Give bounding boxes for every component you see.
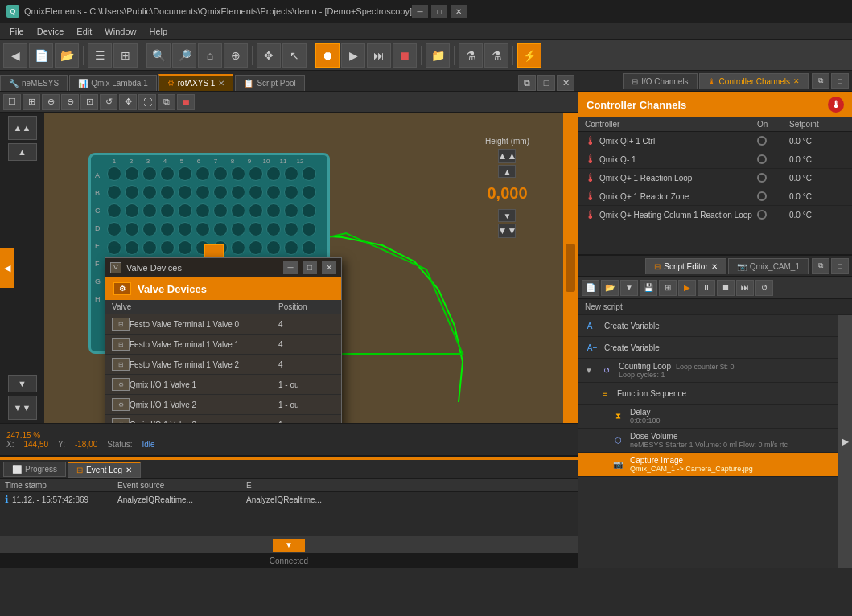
- sub-tool2-btn[interactable]: ⛶: [138, 94, 156, 110]
- counting-loop-expand[interactable]: ▼: [585, 366, 593, 375]
- well-0-1[interactable]: [125, 166, 139, 181]
- script-step-btn[interactable]: ⏭: [736, 280, 754, 296]
- well-0-9[interactable]: [266, 166, 281, 181]
- sub-grid-btn[interactable]: ⊞: [23, 94, 40, 110]
- well-1-0[interactable]: [107, 185, 121, 199]
- tb-folder2-button[interactable]: 📁: [426, 43, 450, 68]
- well-1-9[interactable]: [266, 185, 281, 199]
- well-0-2[interactable]: [142, 166, 157, 181]
- well-0-3[interactable]: [160, 166, 175, 181]
- well-1-5[interactable]: [196, 185, 210, 199]
- ctrl-row-0[interactable]: 🌡 Qmix QI+ 1 Ctrl 0.0 °C: [578, 132, 852, 150]
- script-item-delay[interactable]: ⧗ Delay 0:0:0:100: [578, 405, 852, 429]
- panel-float-button[interactable]: ⧉: [518, 75, 536, 91]
- well-0-6[interactable]: [213, 166, 228, 181]
- script-max-button[interactable]: □: [831, 258, 849, 274]
- ctrl-on-3[interactable]: [757, 191, 767, 201]
- well-2-11[interactable]: [302, 203, 316, 218]
- tb-device1-button[interactable]: ⚗: [459, 43, 483, 68]
- tab-nemesys[interactable]: 🔧 neMESYS: [0, 75, 68, 91]
- well-0-0[interactable]: [107, 166, 121, 181]
- tab-progress[interactable]: ⬜ Progress: [3, 462, 66, 477]
- well-3-3[interactable]: [160, 222, 175, 236]
- well-4-0[interactable]: [107, 240, 121, 255]
- well-3-1[interactable]: [125, 222, 139, 236]
- height-up-button[interactable]: ▲: [498, 165, 516, 178]
- well-3-11[interactable]: [302, 222, 316, 236]
- nav-up-button[interactable]: ▲▲: [8, 116, 37, 140]
- sub-tool3-btn[interactable]: ⧉: [158, 94, 175, 110]
- well-3-5[interactable]: [196, 222, 210, 236]
- nav-step-up-button[interactable]: ▲: [8, 143, 37, 161]
- nav-step-down-button[interactable]: ▼: [8, 375, 37, 392]
- script-item-create-var2[interactable]: A+ Create Variable: [578, 337, 852, 359]
- minimize-button[interactable]: ─: [412, 5, 428, 18]
- well-2-10[interactable]: [284, 203, 298, 218]
- tb-list-button[interactable]: ☰: [88, 43, 112, 68]
- well-1-8[interactable]: [249, 185, 263, 199]
- ctrl-float-button[interactable]: ⧉: [812, 73, 829, 89]
- menu-edit[interactable]: Edit: [70, 25, 98, 38]
- tb-stop-button[interactable]: ⏹: [393, 43, 417, 68]
- popup-minimize-button[interactable]: ─: [283, 261, 298, 274]
- popup-row-2[interactable]: ⊟ Festo Valve Terminal 1 Valve 2 4: [105, 355, 341, 375]
- tab-script-editor[interactable]: ⊟ Script Editor ✕: [645, 258, 726, 274]
- well-3-8[interactable]: [249, 222, 263, 236]
- well-0-5[interactable]: [196, 166, 210, 181]
- sub-zoom-in-btn[interactable]: ⊕: [42, 94, 60, 110]
- well-2-4[interactable]: [178, 203, 192, 218]
- tb-move-button[interactable]: ✥: [257, 43, 281, 68]
- tb-new-button[interactable]: 📄: [29, 43, 53, 68]
- script-new-btn[interactable]: 📄: [582, 280, 599, 296]
- script-save-btn[interactable]: 💾: [640, 280, 657, 296]
- well-4-10[interactable]: [284, 240, 298, 255]
- script-open-btn[interactable]: 📂: [601, 280, 619, 296]
- sub-rotate-btn[interactable]: ↺: [100, 94, 117, 110]
- tab-camera[interactable]: 📷 Qmix_CAM_1: [728, 258, 809, 274]
- tab-rotaxys-close[interactable]: ✕: [218, 79, 224, 88]
- tb-step-button[interactable]: ⏭: [367, 43, 391, 68]
- ctrl-row-4[interactable]: 🌡 Qmix Q+ Heating Column 1 Reaction Loop…: [578, 206, 852, 224]
- well-2-7[interactable]: [231, 203, 245, 218]
- tab-script-close[interactable]: ✕: [711, 262, 718, 271]
- script-item-function-seq[interactable]: ≡ Function Sequence: [578, 383, 852, 405]
- script-pause-btn[interactable]: ⏸: [698, 280, 715, 296]
- well-3-0[interactable]: [107, 222, 121, 236]
- menu-file[interactable]: File: [3, 25, 31, 38]
- well-4-7[interactable]: [231, 240, 245, 255]
- well-3-6[interactable]: [213, 222, 228, 236]
- script-item-dose-volume[interactable]: ⬡ Dose Volume neMESYS Starter 1 Volume: …: [578, 429, 852, 453]
- well-1-1[interactable]: [125, 185, 139, 199]
- tb-back-button[interactable]: ◀: [3, 43, 27, 68]
- tab-rotaxys[interactable]: ⚙ rotAXYS 1 ✕: [158, 74, 234, 91]
- ctrl-row-2[interactable]: 🌡 Qmix Q+ 1 Reaction Loop 0.0 °C: [578, 169, 852, 187]
- ctrl-row-1[interactable]: 🌡 Qmix Q- 1 0.0 °C: [578, 150, 852, 169]
- script-right-expand-button[interactable]: ▶: [838, 315, 852, 568]
- popup-row-5[interactable]: ⚙ Qmix I/O 1 Valve 3 1 - ou: [105, 415, 341, 423]
- tb-play-button[interactable]: ▶: [341, 43, 365, 68]
- well-1-11[interactable]: [302, 185, 316, 199]
- well-2-0[interactable]: [107, 203, 121, 218]
- well-0-4[interactable]: [178, 166, 192, 181]
- menu-device[interactable]: Device: [31, 25, 71, 38]
- script-copy-btn[interactable]: ⊞: [659, 280, 677, 296]
- nav-down-button[interactable]: ▼▼: [8, 396, 37, 420]
- well-4-3[interactable]: [160, 240, 175, 255]
- tb-open-button[interactable]: 📂: [55, 43, 79, 68]
- ctrl-on-1[interactable]: [757, 154, 767, 164]
- ctrl-row-3[interactable]: 🌡 Qmix Q+ 1 Reactor Zone 0.0 °C: [578, 187, 852, 206]
- well-1-7[interactable]: [231, 185, 245, 199]
- tb-select-button[interactable]: ↖: [282, 43, 307, 68]
- script-item-capture-image[interactable]: 📷 Capture Image Qmix_CAM_1 -> Camera_Cap…: [578, 453, 852, 477]
- expand-bottom-button[interactable]: ▼: [273, 539, 305, 552]
- sub-fit-btn[interactable]: ⊡: [80, 94, 98, 110]
- ctrl-on-0[interactable]: [757, 136, 767, 146]
- tb-device2-button[interactable]: ⚗: [484, 43, 508, 68]
- tab-scriptpool[interactable]: 📋 Script Pool: [235, 75, 304, 91]
- well-2-9[interactable]: [266, 203, 281, 218]
- well-3-2[interactable]: [142, 222, 157, 236]
- event-row-0[interactable]: ℹ 11.12. - 15:57:42:869 AnalyzeIQRealtim…: [0, 492, 578, 507]
- well-2-1[interactable]: [125, 203, 139, 218]
- well-1-6[interactable]: [213, 185, 228, 199]
- panel-close-button[interactable]: ✕: [557, 75, 574, 91]
